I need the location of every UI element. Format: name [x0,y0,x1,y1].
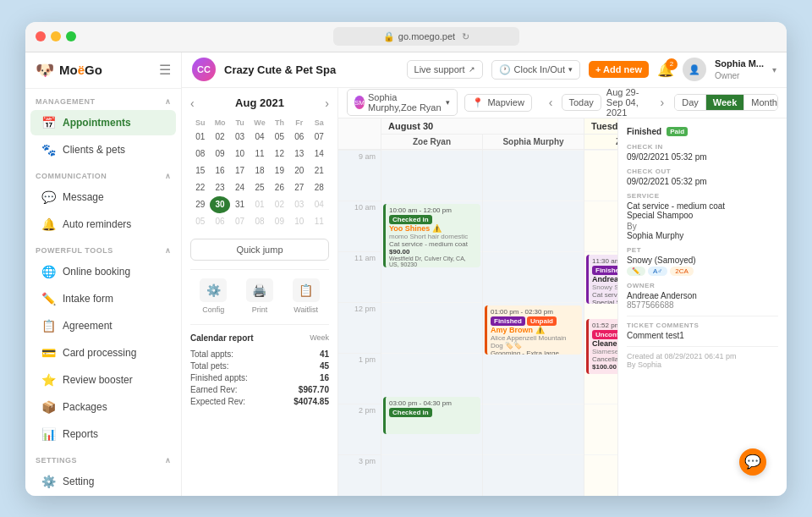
prev-week-button[interactable]: ‹ [546,94,557,111]
calendar-day[interactable]: 11 [310,213,329,230]
time-9am: 9 am [338,150,381,201]
calendar-day[interactable]: 23 [210,179,229,196]
next-month-button[interactable]: › [325,96,329,110]
sidebar-item-clients-pets[interactable]: 🐾 Clients & pets [30,137,176,162]
calendar-day[interactable]: 01 [250,196,269,213]
calendar-day[interactable]: 25 [250,179,269,196]
calendar-day[interactable]: 20 [289,162,309,179]
view-buttons: Day Week Month List [674,94,778,111]
calendar-day[interactable]: 04 [310,196,329,213]
maximize-button[interactable] [66,31,76,41]
calendar-day[interactable]: 02 [270,196,289,213]
calendar-day[interactable]: 03 [230,129,250,146]
calendar-day[interactable]: 22 [190,179,210,196]
calendar-day[interactable]: 07 [310,129,329,146]
appointment-card[interactable]: 11:30 am - 01:30 pm Finished Full paid A… [586,255,617,304]
calendar-day[interactable]: 18 [250,162,269,179]
next-week-button[interactable]: › [657,94,668,111]
calendar-day[interactable]: 09 [270,213,289,230]
month-view-button[interactable]: Month [744,95,778,110]
calendar-day[interactable]: 16 [210,162,229,179]
calendar-day[interactable]: 29 [190,196,210,213]
refresh-icon[interactable]: ↻ [462,31,469,42]
calendar-day[interactable]: 05 [270,129,289,146]
calendar-day[interactable]: 11 [250,146,269,162]
today-button[interactable]: Today [562,94,601,111]
calendar-day[interactable]: 15 [190,162,210,179]
calendar-day[interactable]: 08 [190,146,210,162]
notifications-button[interactable]: 🔔 2 [657,62,674,78]
appointment-card[interactable]: 03:00 pm - 04:30 pm Checked in [383,397,480,434]
sidebar-item-card-processing[interactable]: 💳 Card processing [30,340,176,366]
close-button[interactable] [36,31,46,41]
sidebar-item-message[interactable]: 💬 Message [30,184,176,210]
calendar-day[interactable]: 05 [190,213,210,230]
sidebar-item-reports[interactable]: 📊 Reports [30,421,176,447]
calendar-day[interactable]: 02 [210,129,229,146]
sidebar-item-online-booking[interactable]: 🌐 Online booking [30,259,176,284]
calendar-day[interactable]: 26 [270,179,289,196]
calendar-day[interactable]: 14 [310,146,329,162]
chat-fab[interactable]: 💬 [739,448,766,476]
section-collapse-icon3[interactable]: ∧ [165,246,172,255]
calendar-day[interactable]: 24 [230,179,250,196]
report-row: Total pets:45 [190,361,329,371]
calendar-day[interactable]: 28 [310,179,329,196]
calendar-day[interactable]: 10 [230,146,250,162]
calendar-day[interactable]: 21 [310,162,329,179]
calendar-day[interactable]: 17 [230,162,250,179]
packages-label: Packages [63,401,107,413]
slot [381,454,482,496]
sidebar-item-packages[interactable]: 📦 Packages [30,394,176,420]
sidebar-item-agreement[interactable]: 📋 Agreement [30,313,176,338]
mapview-button[interactable]: 📍 Mapview [464,94,531,112]
user-name: Sophia M... [715,58,764,69]
config-button[interactable]: ⚙️ Config [200,278,227,314]
appointment-card[interactable]: 10:00 am - 12:00 pm Checked in Yoo Shine… [383,204,480,267]
calendar-day[interactable]: 06 [289,129,309,146]
add-new-button[interactable]: + Add new [589,61,649,78]
section-collapse-icon[interactable]: ∧ [165,97,172,106]
menu-icon[interactable]: ☰ [159,62,171,78]
user-dropdown-icon[interactable]: ▾ [772,65,776,74]
calendar-month: Aug 2021 [235,96,284,109]
calendar-day[interactable]: 10 [289,213,309,230]
calendar-day[interactable]: 08 [250,213,269,230]
staff-filter[interactable]: SM Sophia Murphy,Zoe Ryan ▾ [347,89,458,116]
print-button[interactable]: 🖨️ Print [246,278,273,314]
calendar-day[interactable]: 19 [270,162,289,179]
calendar-day[interactable]: 06 [210,213,229,230]
calendar-day[interactable]: 03 [289,196,309,213]
calendar-day[interactable]: 09 [210,146,229,162]
calendar-day[interactable]: 27 [289,179,309,196]
quick-jump-button[interactable]: Quick jump [190,239,329,261]
prev-month-button[interactable]: ‹ [190,96,195,110]
section-collapse-icon4[interactable]: ∧ [165,456,172,465]
appointment-card[interactable]: 01:52 pm - 03:12 pm Unconfirmed Cleaner … [586,319,617,374]
waitlist-button[interactable]: 📋 Waitlist [293,278,320,314]
calendar-day[interactable]: 07 [230,213,250,230]
appointment-card[interactable]: 01:00 pm - 02:30 pm Finished Unpaid Amy … [485,305,582,355]
live-support-button[interactable]: Live support ↗ [407,60,483,79]
calendar-day[interactable]: 31 [230,196,250,213]
sidebar-item-intake-form[interactable]: ✏️ Intake form [30,286,176,311]
calendar-day[interactable]: 12 [270,146,289,162]
week-view-button[interactable]: Week [706,95,745,110]
minimize-button[interactable] [51,31,61,41]
clock-in-out-button[interactable]: 🕐 Clock In/Out ▾ [491,60,581,80]
sidebar-item-auto-reminders[interactable]: 🔔 Auto reminders [30,212,176,237]
url-bar[interactable]: 🔒 go.moego.pet ↻ [333,27,519,46]
calendar-day[interactable]: 01 [190,129,210,146]
report-row: Finished appts:16 [190,373,329,382]
calendar-day[interactable]: 04 [250,129,269,146]
sidebar-item-appointments[interactable]: 📅 Appointments [30,110,176,135]
calendar-day[interactable]: 30 [210,196,229,213]
day-view-button[interactable]: Day [675,95,706,110]
calendar-day[interactable]: 13 [289,146,309,162]
section-collapse-icon2[interactable]: ∧ [165,172,172,180]
review-label: Review booster [63,374,133,386]
detail-checkin: CHECK IN 09/02/2021 05:32 pm [627,143,778,162]
sidebar-item-setting[interactable]: ⚙️ Setting [30,469,176,494]
sidebar-item-review-booster[interactable]: ⭐ Review booster [30,367,176,393]
appt-price: $100.00 [592,363,617,371]
